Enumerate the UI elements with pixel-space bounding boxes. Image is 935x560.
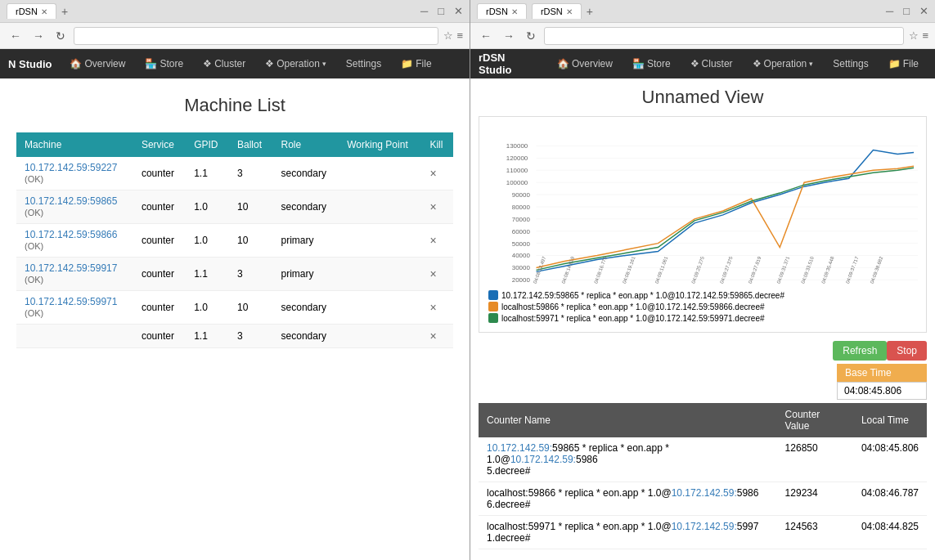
ballot-cell: 3: [229, 258, 273, 291]
counter-name-link-1[interactable]: 10.172.142.59:: [487, 442, 552, 454]
stop-button[interactable]: Stop: [887, 341, 927, 361]
legend-item-1: 10.172.142.59:59865 * replica * eon.app …: [488, 290, 917, 300]
right-nav-cluster[interactable]: ❖ Cluster: [682, 55, 741, 73]
right-nav-files[interactable]: 📁 File: [880, 55, 927, 73]
left-nav-settings[interactable]: Settings: [338, 55, 389, 73]
legend-label-1: 10.172.142.59:59865 * replica * eon.app …: [501, 291, 784, 300]
refresh-button[interactable]: Refresh: [833, 341, 887, 361]
working-point-cell: [339, 291, 421, 325]
bookmark-icon[interactable]: ☆: [443, 29, 453, 42]
right-nav-operation[interactable]: ❖ Operation ▾: [744, 55, 822, 73]
counter-time-cell: 04:08:45.806: [853, 437, 927, 482]
forward-btn[interactable]: →: [29, 28, 47, 44]
counter-name-link-1b[interactable]: 10.172.142.59:: [510, 454, 576, 465]
right-cluster-icon: ❖: [690, 58, 699, 69]
counter-value-cell: 124563: [777, 516, 853, 549]
reload-btn[interactable]: ↻: [52, 28, 69, 44]
ballot-cell: 3: [229, 325, 273, 348]
right-tab1-label: rDSN: [486, 7, 508, 16]
kill-cell: ×: [421, 325, 453, 348]
nav-icons: ☆ ≡: [443, 29, 463, 42]
maximize-btn[interactable]: □: [438, 5, 444, 17]
kill-button[interactable]: ×: [429, 167, 436, 180]
table-row: 10.172.142.59:59866 (OK) counter 1.0 10 …: [16, 224, 453, 258]
kill-button[interactable]: ×: [429, 234, 436, 247]
right-tab1-close[interactable]: ✕: [511, 7, 518, 16]
machine-cell: [16, 325, 133, 348]
left-tab[interactable]: rDSN ✕: [7, 3, 56, 19]
role-cell: primary: [273, 224, 339, 258]
right-close-btn[interactable]: ✕: [919, 5, 928, 17]
status-text: (OK): [25, 174, 43, 184]
right-maximize-btn[interactable]: □: [903, 5, 910, 17]
machine-link[interactable]: 10.172.142.59:59866: [25, 229, 117, 240]
machine-link[interactable]: 10.172.142.59:59917: [25, 262, 117, 274]
right-tab2-close[interactable]: ✕: [566, 7, 573, 16]
left-nav-store[interactable]: 🏪 Store: [137, 55, 191, 73]
svg-text:120000: 120000: [506, 155, 528, 162]
status-text: (OK): [25, 275, 43, 284]
right-menu-icon[interactable]: ≡: [922, 29, 928, 42]
table-row: 10.172.142.59:59227 (OK) counter 1.1 3 s…: [16, 157, 453, 190]
right-store-icon: 🏪: [632, 58, 645, 69]
svg-text:40000: 40000: [512, 252, 531, 259]
legend-color-1: [488, 290, 498, 300]
right-controls: Refresh Stop Base Time 04:08:45.806: [479, 341, 927, 400]
svg-text:20000: 20000: [512, 276, 531, 284]
left-url-bar[interactable]: localhost:8088/machine.html: [74, 27, 438, 45]
back-btn[interactable]: ←: [7, 28, 25, 44]
right-reload-btn[interactable]: ↻: [523, 28, 539, 44]
view-title: Unnamed View: [479, 87, 927, 108]
right-new-tab[interactable]: +: [587, 5, 593, 18]
machine-link[interactable]: 10.172.142.59:59865: [25, 195, 117, 207]
counter-table: Counter Name Counter Value Local Time 10…: [479, 403, 927, 549]
left-nav-operation[interactable]: ❖ Operation ▾: [257, 55, 335, 73]
gpid-cell: 1.1: [186, 258, 229, 291]
minimize-btn[interactable]: ─: [420, 5, 428, 17]
right-tab2[interactable]: rDSN ✕: [532, 3, 582, 19]
service-cell: counter: [133, 325, 186, 348]
svg-text:60000: 60000: [512, 228, 531, 235]
svg-text:100000: 100000: [506, 179, 528, 186]
ballot-cell: 10: [229, 291, 273, 325]
gpid-cell: 1.0: [186, 190, 229, 224]
right-url-bar[interactable]: localhost:8088/counterview.html?id=032d4…: [544, 27, 904, 45]
kill-button[interactable]: ×: [429, 329, 436, 343]
right-browser-window: rDSN ✕ rDSN ✕ + ─ □ ✕ ← → ↻ localhost:80…: [470, 0, 935, 560]
right-forward-btn[interactable]: →: [500, 28, 518, 44]
right-bookmark-icon[interactable]: ☆: [909, 29, 919, 42]
left-tab-close[interactable]: ✕: [41, 7, 47, 16]
kill-cell: ×: [421, 258, 453, 291]
kill-cell: ×: [421, 157, 453, 190]
right-nav-settings[interactable]: Settings: [825, 55, 876, 73]
right-nav-store[interactable]: 🏪 Store: [624, 55, 679, 73]
counter-col-value: Counter Value: [777, 403, 853, 437]
base-time-section: Base Time 04:08:45.806: [837, 364, 927, 400]
table-row: 10.172.142.59:59971 (OK) counter 1.0 10 …: [16, 291, 453, 325]
left-nav-files[interactable]: 📁 File: [393, 55, 439, 73]
left-nav-overview[interactable]: 🏠 Overview: [61, 55, 133, 73]
working-point-cell: [339, 258, 421, 291]
machine-link[interactable]: 10.172.142.59:59971: [25, 296, 117, 307]
left-nav-cluster[interactable]: ❖ Cluster: [195, 55, 254, 73]
right-nav-overview[interactable]: 🏠 Overview: [549, 55, 621, 73]
kill-button[interactable]: ×: [429, 200, 436, 213]
col-gpid: GPID: [186, 132, 229, 157]
right-tab1[interactable]: rDSN ✕: [477, 3, 527, 19]
close-btn[interactable]: ✕: [454, 5, 463, 17]
right-page-content: Unnamed View 20000 30000 40000 50000 600…: [470, 78, 935, 560]
menu-icon[interactable]: ≡: [456, 29, 463, 42]
working-point-cell: [339, 224, 421, 258]
machine-cell: 10.172.142.59:59866 (OK): [16, 224, 133, 258]
machine-link[interactable]: 10.172.142.59:59227: [25, 162, 117, 173]
kill-cell: ×: [421, 224, 453, 258]
left-new-tab[interactable]: +: [61, 5, 68, 18]
counter-col-name: Counter Name: [479, 403, 777, 437]
counter-name-link-3[interactable]: 10.172.142.59:: [672, 521, 737, 532]
col-role: Role: [273, 132, 339, 157]
right-back-btn[interactable]: ←: [477, 28, 495, 44]
right-minimize-btn[interactable]: ─: [886, 5, 893, 17]
kill-button[interactable]: ×: [429, 301, 436, 314]
counter-name-link-2[interactable]: 10.172.142.59:: [672, 487, 737, 499]
kill-button[interactable]: ×: [429, 267, 436, 280]
